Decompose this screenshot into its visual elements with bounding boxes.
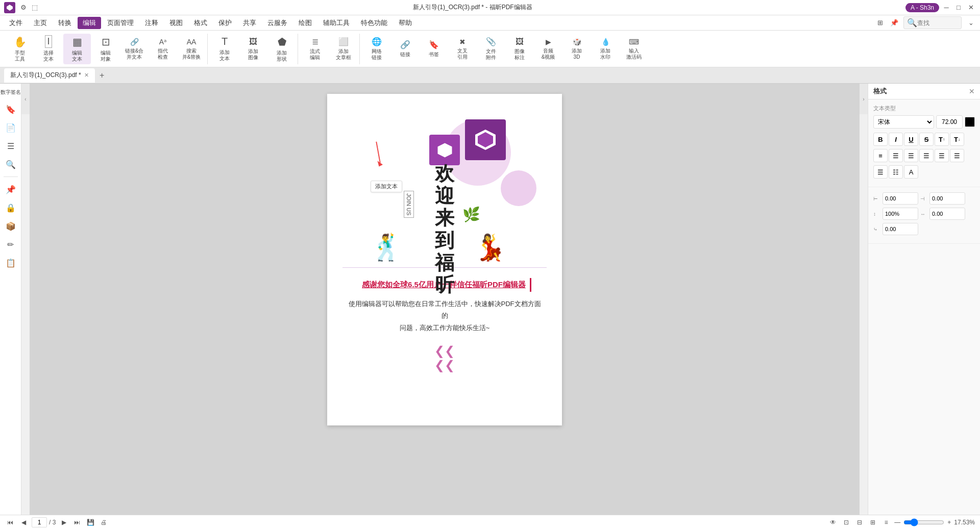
sidebar-icon-search[interactable]: 🔍 — [3, 156, 19, 172]
tab-main[interactable]: 新人引导(1)_OCR(3).pdf * ✕ — [4, 68, 95, 83]
spacing2-input[interactable] — [929, 208, 965, 220]
tab-close-btn[interactable]: ✕ — [84, 72, 89, 79]
window-close-btn[interactable]: ✕ — [966, 3, 976, 13]
prev-page-btn[interactable]: ◀ — [18, 517, 29, 527]
menu-file[interactable]: 文件 — [4, 17, 28, 29]
right-panel-close-btn[interactable]: ✕ — [969, 87, 975, 95]
page-current-input[interactable] — [32, 517, 47, 527]
menu-annotate[interactable]: 注释 — [140, 17, 163, 29]
menu-page-manage[interactable]: 页面管理 — [102, 17, 139, 29]
menu-protect[interactable]: 保护 — [213, 17, 237, 29]
sidebar-icon-edit[interactable]: ✏ — [3, 236, 19, 253]
indent-right-input[interactable] — [929, 192, 965, 205]
menu-cloud[interactable]: 云服务 — [262, 17, 292, 29]
tool-hand[interactable]: ✋ 手型工具 — [6, 34, 34, 64]
next-page-btn[interactable]: ▶ — [59, 517, 69, 527]
align-justify2-btn[interactable]: ☰ — [935, 149, 949, 162]
window-minimize-btn[interactable]: ─ — [941, 3, 951, 13]
sidebar-icon-lock[interactable]: 🔒 — [3, 199, 19, 216]
last-page-btn[interactable]: ⏭ — [72, 517, 82, 527]
menu-convert[interactable]: 转换 — [53, 17, 77, 29]
menu-edit[interactable]: 编辑 — [78, 17, 101, 29]
continuous-btn[interactable]: ≡ — [881, 517, 891, 527]
two-page-btn[interactable]: ⊞ — [868, 517, 878, 527]
pin-btn[interactable]: 📌 — [889, 18, 899, 28]
sidebar-icon-pages[interactable]: 📄 — [3, 119, 19, 136]
tool-flow-edit[interactable]: ≣ 流式编辑 — [301, 34, 329, 64]
tab-add-btn[interactable]: + — [96, 69, 108, 82]
sidebar-icon-box[interactable]: 📦 — [3, 218, 19, 234]
menu-help[interactable]: 帮助 — [394, 17, 417, 29]
tool-add-image[interactable]: 🖼 添加图像 — [239, 34, 267, 64]
tool-attachment[interactable]: 📎 文件附件 — [477, 34, 505, 64]
right-collapse-btn[interactable]: › — [860, 84, 868, 114]
zoom-slider[interactable] — [903, 518, 944, 526]
sidebar-icon-bookmark[interactable]: 🔖 — [3, 101, 19, 117]
list-ordered-btn[interactable]: ☷ — [889, 165, 903, 179]
save-view-btn[interactable]: 💾 — [85, 517, 95, 527]
tool-bookmark[interactable]: 🔖 书签 — [420, 34, 448, 64]
tool-proofread[interactable]: Aᵃ 指代检查 — [149, 34, 177, 64]
tool-media[interactable]: ▶ 音频&视频 — [534, 34, 562, 64]
add-text-button[interactable]: 添加文本 — [371, 181, 402, 192]
subscript-btn[interactable]: T↓ — [950, 133, 964, 146]
tool-3d[interactable]: 🎲 添加3D — [563, 34, 591, 64]
tool-edit-object[interactable]: ⊡ 编辑对象 — [92, 34, 119, 64]
menu-draw[interactable]: 绘图 — [293, 17, 317, 29]
align-justify3-btn[interactable]: ☰ — [950, 149, 964, 162]
spacing-input[interactable] — [883, 208, 918, 220]
align-center-btn[interactable]: ☰ — [889, 149, 903, 162]
first-page-btn[interactable]: ⏮ — [5, 517, 15, 527]
align-justify-btn[interactable]: ☰ — [919, 149, 934, 162]
indent-left-input[interactable] — [883, 192, 918, 205]
font-name-select[interactable]: 宋体 — [873, 115, 934, 129]
fit-page-btn[interactable]: ⊡ — [841, 517, 851, 527]
search-input[interactable] — [917, 19, 958, 27]
user-badge[interactable]: A - Sh3n — [905, 3, 939, 12]
zoom-eye-btn[interactable]: 👁 — [828, 517, 838, 527]
window-maximize-btn[interactable]: □ — [953, 3, 964, 13]
font-size-input[interactable] — [936, 115, 963, 129]
strikethrough-btn[interactable]: S — [919, 133, 934, 146]
menu-format[interactable]: 格式 — [189, 17, 212, 29]
print-btn[interactable]: 🖨 — [99, 517, 109, 527]
text-color-picker[interactable] — [965, 117, 975, 127]
fit-width-btn[interactable]: ⊟ — [854, 517, 865, 527]
minimize-btn[interactable]: ⚙ — [18, 3, 29, 13]
tool-image-annotation[interactable]: 🖼 图像标注 — [506, 34, 533, 64]
tool-edit-text[interactable]: ▦ 编辑文本 — [63, 34, 91, 64]
pdf-area[interactable]: 添加文本 — [30, 84, 860, 515]
restore-btn[interactable]: ⬚ — [30, 3, 40, 13]
extra-input[interactable] — [883, 223, 918, 235]
menu-features[interactable]: 特色功能 — [356, 17, 393, 29]
tool-link-merge[interactable]: 🔗 链接&合并文本 — [120, 34, 148, 64]
sidebar-collapse-btn[interactable]: ‹ — [21, 84, 30, 114]
bold-btn[interactable]: B — [873, 133, 888, 146]
tool-cross-ref[interactable]: ✖ 文叉引用 — [449, 34, 476, 64]
menu-home[interactable]: 主页 — [29, 17, 52, 29]
tool-link[interactable]: 🔗 链接 — [391, 34, 419, 64]
tool-watermark[interactable]: 💧 添加水印 — [592, 34, 619, 64]
tool-activate[interactable]: ⌨ 输入激活码 — [620, 34, 648, 64]
tool-web-link[interactable]: 🌐 网络链接 — [363, 34, 390, 64]
superscript-btn[interactable]: T↑ — [935, 133, 949, 146]
menu-tools[interactable]: 辅助工具 — [318, 17, 355, 29]
expand-btn[interactable]: ⌄ — [966, 18, 976, 28]
tool-add-text[interactable]: T 添加文本 — [211, 34, 238, 64]
align-left-btn[interactable]: ≡ — [873, 149, 888, 162]
search-box[interactable]: 🔍 — [903, 16, 962, 29]
list-unordered-btn[interactable]: ☰ — [873, 165, 888, 179]
sidebar-icon-pin[interactable]: 📌 — [3, 181, 19, 197]
tool-add-article[interactable]: ⬜ 添加文章框 — [330, 34, 357, 64]
italic-btn[interactable]: I — [889, 133, 903, 146]
tool-find-replace[interactable]: AA 搜索并&替换 — [178, 34, 205, 64]
tool-select-text[interactable]: I 选择文本 — [35, 34, 62, 64]
menu-share[interactable]: 共享 — [238, 17, 261, 29]
tool-add-shape[interactable]: ⬟ 添加形状 — [268, 34, 296, 64]
sidebar-icon-clip[interactable]: 📋 — [3, 255, 19, 271]
grid-view-btn[interactable]: ⊞ — [875, 18, 885, 28]
underline-btn[interactable]: U — [904, 133, 918, 146]
align-right-btn[interactable]: ☰ — [904, 149, 918, 162]
sidebar-icon-layers[interactable]: ☰ — [3, 138, 19, 154]
indent-decrease-btn[interactable]: A — [904, 165, 918, 179]
